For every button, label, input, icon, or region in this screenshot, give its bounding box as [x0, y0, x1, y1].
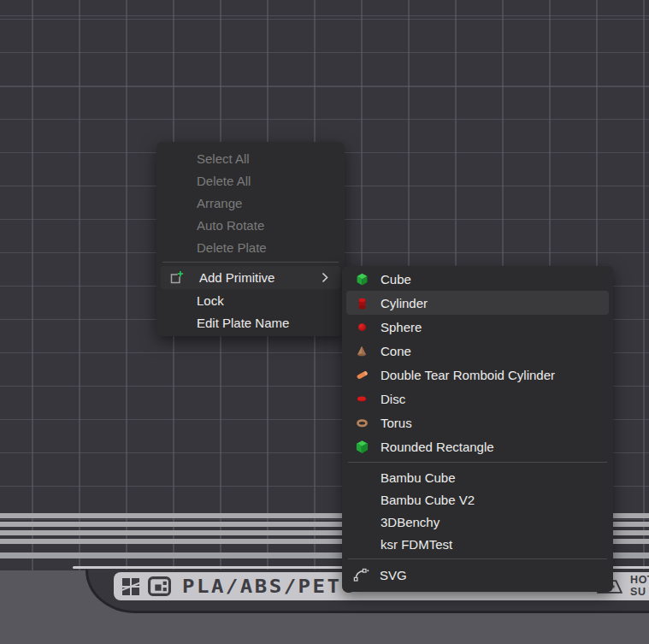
- add-primitive-submenu: Cube Cylinder Sphere: [342, 266, 613, 592]
- submenu-item-3dbenchy[interactable]: 3DBenchy: [342, 511, 613, 533]
- submenu-separator: [348, 558, 607, 559]
- menu-item-arrange[interactable]: Arrange: [156, 192, 345, 214]
- hot-surface-warning-text: HOT SU: [630, 575, 649, 597]
- submenu-item-cylinder[interactable]: Cylinder: [346, 291, 609, 315]
- menu-item-select-all[interactable]: Select All: [156, 147, 345, 169]
- sphere-icon: [353, 318, 370, 335]
- submenu-item-svg[interactable]: SVG: [342, 563, 613, 588]
- menu-item-lock[interactable]: Lock: [156, 289, 345, 311]
- viewport: PLA/ABS/PETG HOT SU Select All Delete Al…: [0, 0, 649, 644]
- torus-icon: [353, 414, 370, 431]
- brand-mark-icon: [148, 576, 171, 596]
- disc-icon: [353, 390, 370, 407]
- submenu-item-bambu-cube-v2[interactable]: Bambu Cube V2: [342, 488, 613, 511]
- plate-material-label: PLA/ABS/PETG: [182, 576, 356, 598]
- submenu-item-rounded-rectangle[interactable]: Rounded Rectangle: [342, 434, 613, 458]
- menu-item-delete-plate[interactable]: Delete Plate: [156, 236, 345, 258]
- cone-icon: [353, 342, 370, 359]
- svg-path-icon: [353, 566, 369, 585]
- double-tear-romboid-cylinder-icon: [353, 366, 370, 383]
- menu-item-edit-plate-name[interactable]: Edit Plate Name: [156, 311, 345, 334]
- bambu-logo-icon: [121, 576, 141, 597]
- cube-icon: [353, 270, 370, 287]
- chevron-right-icon: [322, 272, 328, 283]
- menu-item-add-primitive[interactable]: Add Primitive: [161, 266, 340, 289]
- menu-separator: [162, 262, 339, 263]
- submenu-separator: [348, 462, 607, 463]
- submenu-item-bambu-cube[interactable]: Bambu Cube: [342, 466, 613, 488]
- plate-context-menu: Select All Delete All Arrange Auto Rotat…: [156, 142, 345, 336]
- rounded-rectangle-icon: [353, 438, 370, 455]
- menu-item-auto-rotate[interactable]: Auto Rotate: [156, 214, 345, 236]
- cylinder-icon: [353, 294, 370, 311]
- submenu-item-ksr-fdmtest[interactable]: ksr FDMTest: [342, 533, 613, 555]
- submenu-item-sphere[interactable]: Sphere: [342, 315, 613, 339]
- submenu-item-disc[interactable]: Disc: [342, 387, 613, 411]
- submenu-item-double-tear-romboid-cylinder[interactable]: Double Tear Romboid Cylinder: [342, 363, 613, 387]
- menu-item-delete-all[interactable]: Delete All: [156, 169, 345, 192]
- add-primitive-icon: [169, 270, 185, 286]
- submenu-item-torus[interactable]: Torus: [342, 411, 613, 434]
- submenu-item-cube[interactable]: Cube: [342, 267, 613, 291]
- submenu-item-cone[interactable]: Cone: [342, 339, 613, 363]
